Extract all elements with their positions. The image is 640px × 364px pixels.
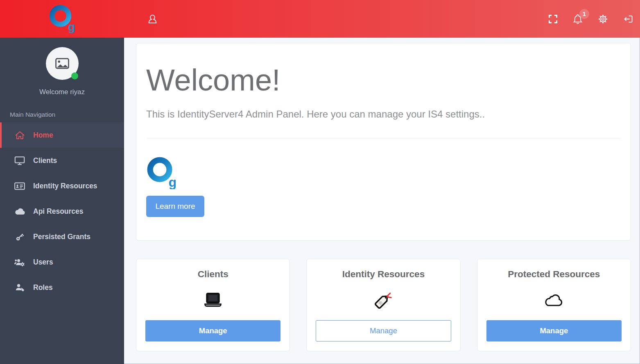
sidebar-item-label: Api Resources [33, 207, 84, 216]
card-title: Protected Resources [477, 269, 631, 280]
gear-icon [597, 14, 608, 25]
page-title: Welcome! [146, 63, 621, 98]
sidebar-item-api-resources[interactable]: Api Resources [0, 199, 124, 224]
fullscreen-icon [548, 14, 558, 24]
brand-og-logo-icon: g [49, 3, 75, 34]
sidebar-item-label: Clients [33, 156, 57, 165]
fullscreen-button[interactable] [548, 14, 558, 24]
manage-clients-button[interactable]: Manage [145, 320, 280, 341]
main-content: Welcome! This is IdentityServer4 Admin P… [124, 38, 640, 364]
svg-text:g: g [169, 175, 176, 189]
sidebar-item-roles[interactable]: Roles [0, 275, 124, 300]
sidebar-welcome-text: Welcome riyaz [0, 88, 124, 96]
sidebar-item-label: Identity Resources [33, 182, 97, 190]
topbar-actions: 1 [548, 13, 640, 25]
clients-card: Clients Manage [136, 259, 290, 351]
logout-icon [622, 14, 633, 25]
brand-logo-link[interactable]: g [0, 3, 124, 34]
sidebar-item-label: Home [33, 131, 53, 140]
identityserver-admin-panel: g 1 [0, 0, 640, 364]
user-icon [147, 14, 158, 25]
nav-section-label: Main Navigation [0, 96, 124, 122]
learn-more-button[interactable]: Learn more [146, 196, 204, 217]
sidebar-item-label: Roles [33, 283, 53, 292]
laptop-icon [136, 287, 289, 313]
sidebar-item-persisted-grants[interactable]: Persisted Grants [0, 224, 124, 249]
online-status-dot [71, 72, 78, 79]
key-icon [14, 232, 25, 242]
card-title: Clients [136, 269, 289, 280]
welcome-subtitle: This is IdentityServer4 Admin Panel. Her… [146, 109, 621, 120]
user-menu-button[interactable] [147, 14, 158, 25]
sidebar-item-home[interactable]: Home [0, 122, 124, 148]
card-title: Identity Resources [307, 269, 460, 280]
manage-identity-resources-button[interactable]: Manage [316, 320, 451, 341]
sidebar-item-clients[interactable]: Clients [0, 148, 124, 173]
sidebar-item-identity-resources[interactable]: Identity Resources [0, 173, 124, 199]
tag-icon [307, 287, 460, 313]
cloud-icon [14, 208, 25, 215]
desktop-icon [14, 156, 25, 165]
divider [146, 138, 621, 138]
resource-cards-row: Clients Manage Identity Resources [136, 259, 631, 351]
users-gear-icon [14, 258, 25, 267]
user-profile-panel: Welcome riyaz [0, 38, 124, 96]
id-card-icon [14, 182, 25, 190]
svg-text:g: g [68, 20, 75, 33]
brand-og-logo-icon: g [146, 156, 176, 189]
image-placeholder-icon [54, 55, 70, 72]
manage-protected-resources-button[interactable]: Manage [486, 320, 622, 341]
topbar: g 1 [0, 0, 640, 38]
sidebar-item-label: Users [33, 258, 53, 267]
sidebar: Welcome riyaz Main Navigation Home [0, 38, 124, 364]
cloud-outline-icon [477, 287, 631, 313]
notification-count-badge: 1 [579, 9, 589, 19]
logout-button[interactable] [622, 14, 633, 25]
identity-resources-card: Identity Resources [306, 259, 460, 351]
protected-resources-card: Protected Resources Manage [477, 259, 631, 351]
sidebar-item-users[interactable]: Users [0, 249, 124, 275]
home-icon [14, 131, 25, 140]
welcome-card: Welcome! This is IdentityServer4 Admin P… [136, 43, 631, 241]
notifications-button[interactable]: 1 [572, 13, 583, 25]
settings-button[interactable] [597, 14, 608, 25]
user-tag-icon [14, 283, 25, 292]
main-navigation: Home Clients [0, 122, 124, 300]
avatar [46, 47, 79, 80]
sidebar-item-label: Persisted Grants [33, 233, 90, 241]
